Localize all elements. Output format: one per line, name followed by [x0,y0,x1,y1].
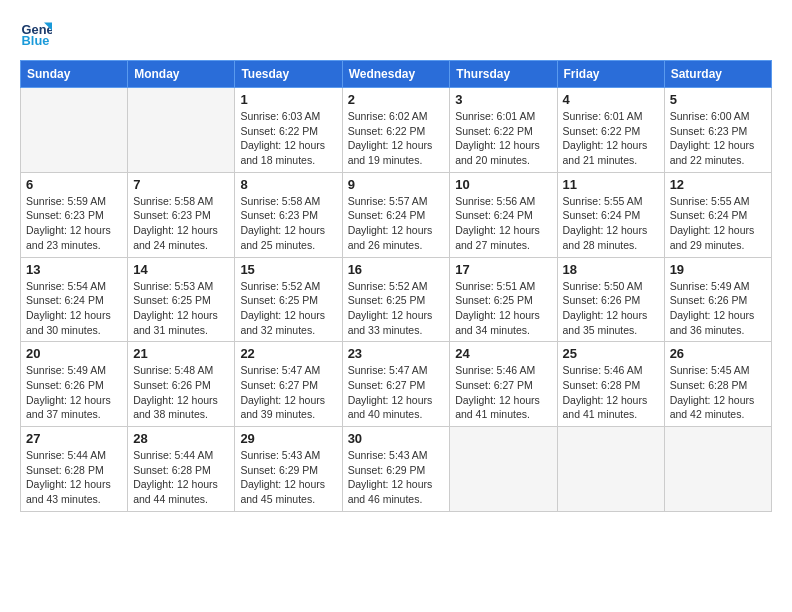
day-number: 15 [240,262,336,277]
calendar-cell: 20Sunrise: 5:49 AMSunset: 6:26 PMDayligh… [21,342,128,427]
calendar-header-thursday: Thursday [450,61,557,88]
calendar-cell: 24Sunrise: 5:46 AMSunset: 6:27 PMDayligh… [450,342,557,427]
day-info: Sunrise: 5:51 AMSunset: 6:25 PMDaylight:… [455,279,551,338]
calendar-header-monday: Monday [128,61,235,88]
calendar-cell: 14Sunrise: 5:53 AMSunset: 6:25 PMDayligh… [128,257,235,342]
day-info: Sunrise: 6:01 AMSunset: 6:22 PMDaylight:… [563,109,659,168]
calendar-cell: 1Sunrise: 6:03 AMSunset: 6:22 PMDaylight… [235,88,342,173]
day-info: Sunrise: 5:57 AMSunset: 6:24 PMDaylight:… [348,194,445,253]
day-info: Sunrise: 6:00 AMSunset: 6:23 PMDaylight:… [670,109,766,168]
calendar-cell: 7Sunrise: 5:58 AMSunset: 6:23 PMDaylight… [128,172,235,257]
calendar-cell: 15Sunrise: 5:52 AMSunset: 6:25 PMDayligh… [235,257,342,342]
calendar-cell: 3Sunrise: 6:01 AMSunset: 6:22 PMDaylight… [450,88,557,173]
calendar-cell [557,427,664,512]
day-number: 28 [133,431,229,446]
day-number: 1 [240,92,336,107]
calendar-cell: 19Sunrise: 5:49 AMSunset: 6:26 PMDayligh… [664,257,771,342]
calendar-cell: 25Sunrise: 5:46 AMSunset: 6:28 PMDayligh… [557,342,664,427]
calendar-cell: 17Sunrise: 5:51 AMSunset: 6:25 PMDayligh… [450,257,557,342]
calendar-cell: 8Sunrise: 5:58 AMSunset: 6:23 PMDaylight… [235,172,342,257]
calendar-cell: 30Sunrise: 5:43 AMSunset: 6:29 PMDayligh… [342,427,450,512]
week-row-2: 6Sunrise: 5:59 AMSunset: 6:23 PMDaylight… [21,172,772,257]
day-number: 11 [563,177,659,192]
day-number: 7 [133,177,229,192]
calendar-cell: 23Sunrise: 5:47 AMSunset: 6:27 PMDayligh… [342,342,450,427]
day-number: 30 [348,431,445,446]
day-info: Sunrise: 5:53 AMSunset: 6:25 PMDaylight:… [133,279,229,338]
day-number: 9 [348,177,445,192]
day-info: Sunrise: 5:59 AMSunset: 6:23 PMDaylight:… [26,194,122,253]
day-number: 25 [563,346,659,361]
day-info: Sunrise: 5:47 AMSunset: 6:27 PMDaylight:… [240,363,336,422]
calendar-cell [21,88,128,173]
calendar-header-wednesday: Wednesday [342,61,450,88]
day-number: 27 [26,431,122,446]
day-number: 13 [26,262,122,277]
day-info: Sunrise: 5:58 AMSunset: 6:23 PMDaylight:… [240,194,336,253]
day-info: Sunrise: 5:45 AMSunset: 6:28 PMDaylight:… [670,363,766,422]
week-row-3: 13Sunrise: 5:54 AMSunset: 6:24 PMDayligh… [21,257,772,342]
day-info: Sunrise: 5:58 AMSunset: 6:23 PMDaylight:… [133,194,229,253]
day-info: Sunrise: 6:03 AMSunset: 6:22 PMDaylight:… [240,109,336,168]
calendar-cell: 5Sunrise: 6:00 AMSunset: 6:23 PMDaylight… [664,88,771,173]
calendar-header-sunday: Sunday [21,61,128,88]
day-number: 18 [563,262,659,277]
day-number: 3 [455,92,551,107]
calendar-cell [450,427,557,512]
day-info: Sunrise: 5:50 AMSunset: 6:26 PMDaylight:… [563,279,659,338]
calendar-cell: 10Sunrise: 5:56 AMSunset: 6:24 PMDayligh… [450,172,557,257]
calendar-cell: 26Sunrise: 5:45 AMSunset: 6:28 PMDayligh… [664,342,771,427]
day-info: Sunrise: 5:52 AMSunset: 6:25 PMDaylight:… [240,279,336,338]
calendar-cell: 22Sunrise: 5:47 AMSunset: 6:27 PMDayligh… [235,342,342,427]
day-number: 5 [670,92,766,107]
day-number: 10 [455,177,551,192]
calendar-cell [664,427,771,512]
day-info: Sunrise: 5:44 AMSunset: 6:28 PMDaylight:… [133,448,229,507]
header: General Blue [20,16,772,48]
day-number: 16 [348,262,445,277]
calendar-cell: 13Sunrise: 5:54 AMSunset: 6:24 PMDayligh… [21,257,128,342]
day-info: Sunrise: 5:48 AMSunset: 6:26 PMDaylight:… [133,363,229,422]
logo: General Blue [20,16,28,48]
day-number: 4 [563,92,659,107]
day-number: 6 [26,177,122,192]
calendar-cell: 6Sunrise: 5:59 AMSunset: 6:23 PMDaylight… [21,172,128,257]
day-info: Sunrise: 5:52 AMSunset: 6:25 PMDaylight:… [348,279,445,338]
calendar-cell: 29Sunrise: 5:43 AMSunset: 6:29 PMDayligh… [235,427,342,512]
calendar-cell: 16Sunrise: 5:52 AMSunset: 6:25 PMDayligh… [342,257,450,342]
day-info: Sunrise: 6:01 AMSunset: 6:22 PMDaylight:… [455,109,551,168]
day-number: 26 [670,346,766,361]
calendar-header-row: SundayMondayTuesdayWednesdayThursdayFrid… [21,61,772,88]
calendar-cell: 2Sunrise: 6:02 AMSunset: 6:22 PMDaylight… [342,88,450,173]
day-number: 19 [670,262,766,277]
calendar-header-tuesday: Tuesday [235,61,342,88]
day-number: 2 [348,92,445,107]
day-number: 20 [26,346,122,361]
day-number: 21 [133,346,229,361]
day-info: Sunrise: 5:46 AMSunset: 6:27 PMDaylight:… [455,363,551,422]
calendar-cell: 28Sunrise: 5:44 AMSunset: 6:28 PMDayligh… [128,427,235,512]
day-info: Sunrise: 5:43 AMSunset: 6:29 PMDaylight:… [240,448,336,507]
day-number: 29 [240,431,336,446]
day-info: Sunrise: 5:49 AMSunset: 6:26 PMDaylight:… [670,279,766,338]
calendar-cell: 4Sunrise: 6:01 AMSunset: 6:22 PMDaylight… [557,88,664,173]
day-number: 12 [670,177,766,192]
day-info: Sunrise: 5:54 AMSunset: 6:24 PMDaylight:… [26,279,122,338]
calendar-cell: 11Sunrise: 5:55 AMSunset: 6:24 PMDayligh… [557,172,664,257]
calendar-cell: 9Sunrise: 5:57 AMSunset: 6:24 PMDaylight… [342,172,450,257]
day-info: Sunrise: 5:43 AMSunset: 6:29 PMDaylight:… [348,448,445,507]
day-info: Sunrise: 6:02 AMSunset: 6:22 PMDaylight:… [348,109,445,168]
day-number: 8 [240,177,336,192]
calendar-cell: 21Sunrise: 5:48 AMSunset: 6:26 PMDayligh… [128,342,235,427]
day-info: Sunrise: 5:44 AMSunset: 6:28 PMDaylight:… [26,448,122,507]
day-info: Sunrise: 5:49 AMSunset: 6:26 PMDaylight:… [26,363,122,422]
week-row-4: 20Sunrise: 5:49 AMSunset: 6:26 PMDayligh… [21,342,772,427]
day-number: 23 [348,346,445,361]
day-info: Sunrise: 5:46 AMSunset: 6:28 PMDaylight:… [563,363,659,422]
day-info: Sunrise: 5:55 AMSunset: 6:24 PMDaylight:… [563,194,659,253]
logo-icon: General Blue [20,16,52,48]
week-row-5: 27Sunrise: 5:44 AMSunset: 6:28 PMDayligh… [21,427,772,512]
day-info: Sunrise: 5:47 AMSunset: 6:27 PMDaylight:… [348,363,445,422]
calendar: SundayMondayTuesdayWednesdayThursdayFrid… [20,60,772,512]
calendar-cell: 27Sunrise: 5:44 AMSunset: 6:28 PMDayligh… [21,427,128,512]
